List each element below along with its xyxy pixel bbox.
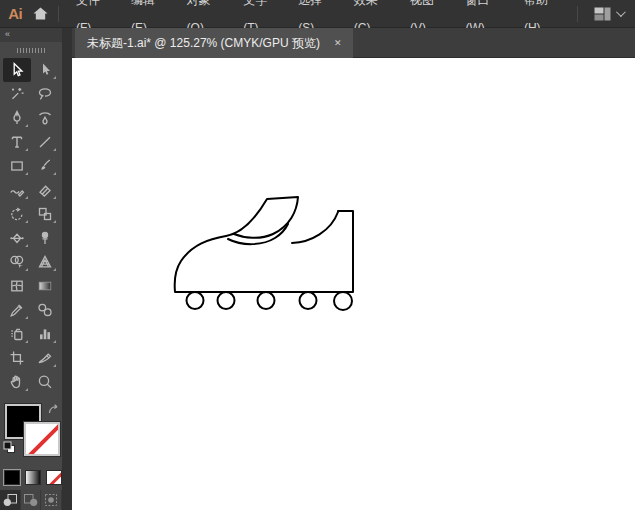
tool-zoom[interactable] (31, 370, 59, 394)
workspace-switcher-button[interactable] (584, 0, 635, 28)
tool-hand[interactable] (3, 370, 31, 394)
gradient-icon (36, 277, 54, 295)
chevron-down-icon (616, 7, 626, 17)
color-swatch-button[interactable] (4, 470, 20, 485)
tool-shape-builder[interactable] (3, 250, 31, 274)
hand-icon (8, 373, 26, 391)
tool-line-segment[interactable] (31, 130, 59, 154)
none-slash-icon (46, 470, 62, 485)
skate-body-path (175, 197, 353, 292)
home-button[interactable] (30, 3, 50, 25)
zoom-icon (36, 373, 54, 391)
magic-wand-icon (8, 85, 26, 103)
puppet-warp-icon (36, 229, 54, 247)
mesh-icon (8, 277, 26, 295)
none-slash-icon (26, 422, 60, 456)
tool-curvature[interactable] (31, 106, 59, 130)
tool-type[interactable] (3, 130, 31, 154)
home-icon (32, 6, 49, 21)
document-tab-title: 未标题-1.ai* @ 125.27% (CMYK/GPU 预览) (87, 35, 320, 52)
tool-gradient[interactable] (31, 274, 59, 298)
tab-close-button[interactable]: ✕ (334, 39, 342, 48)
tool-pen[interactable] (3, 106, 31, 130)
tool-eraser[interactable] (31, 178, 59, 202)
rotate-icon (8, 205, 26, 223)
direct-selection-icon (36, 61, 54, 79)
tool-paintbrush[interactable] (31, 154, 59, 178)
draw-behind-button[interactable] (21, 490, 42, 510)
tool-mesh[interactable] (3, 274, 31, 298)
tools-panel: « (0, 28, 62, 510)
artboard[interactable] (72, 58, 635, 510)
menu-bar: Ai 文件(F) 编辑(E) 对象(O) 文字(T) 选择(S) 效果(C) 视… (0, 0, 635, 28)
roller-skate-artwork[interactable] (172, 191, 364, 317)
draw-normal-button[interactable] (0, 490, 21, 510)
lasso-icon (36, 85, 54, 103)
shape-builder-icon (8, 253, 26, 271)
default-fill-stroke-button[interactable] (3, 440, 16, 458)
slice-icon (36, 349, 54, 367)
perspective-grid-icon (36, 253, 54, 271)
document-tab[interactable]: 未标题-1.ai* @ 125.27% (CMYK/GPU 预览) ✕ (75, 28, 353, 58)
skate-wheel (218, 292, 235, 309)
workspace-layout-icon (594, 7, 611, 21)
menubar-separator-right (577, 6, 578, 22)
tool-lasso[interactable] (31, 82, 59, 106)
stroke-swatch[interactable] (24, 422, 60, 456)
eraser-icon (36, 181, 54, 199)
tool-selection[interactable] (3, 58, 31, 82)
toolbar-collapse-button[interactable]: « (0, 28, 62, 42)
gradient-swatch-button[interactable] (25, 470, 41, 485)
canvas-area: 未标题-1.ai* @ 125.27% (CMYK/GPU 预览) ✕ (72, 28, 635, 510)
fill-stroke-area (0, 396, 62, 460)
selection-icon (8, 61, 26, 79)
tool-symbol-sprayer[interactable] (3, 322, 31, 346)
swap-arrows-icon (47, 403, 60, 415)
tool-column-graph[interactable] (31, 322, 59, 346)
none-swatch-button[interactable] (46, 470, 62, 485)
tool-magic-wand[interactable] (3, 82, 31, 106)
draw-behind-icon (23, 493, 39, 507)
tool-artboard[interactable] (3, 346, 31, 370)
draw-inside-icon (43, 493, 59, 507)
tool-shaper[interactable] (3, 178, 31, 202)
swap-fill-stroke-button[interactable] (47, 401, 60, 419)
menubar-separator (58, 6, 59, 22)
document-tab-bar: 未标题-1.ai* @ 125.27% (CMYK/GPU 预览) ✕ (72, 28, 635, 58)
tool-slice[interactable] (31, 346, 59, 370)
left-rail: « (0, 28, 72, 510)
grip-dots (17, 48, 45, 53)
swatch-buttons-row (0, 466, 62, 488)
skate-wheel (334, 292, 352, 310)
illustrator-window: Ai 文件(F) 编辑(E) 对象(O) 文字(T) 选择(S) 效果(C) 视… (0, 0, 635, 510)
curvature-icon (36, 109, 54, 127)
draw-inside-button[interactable] (41, 490, 62, 510)
eyedropper-icon (8, 301, 26, 319)
tool-perspective-grid[interactable] (31, 250, 59, 274)
toolbar-grip[interactable] (0, 42, 62, 58)
column-graph-icon (36, 325, 54, 343)
tool-blend[interactable] (31, 298, 59, 322)
pen-icon (8, 109, 26, 127)
width-icon (8, 229, 26, 247)
scale-icon (36, 205, 54, 223)
tool-scale[interactable] (31, 202, 59, 226)
tool-direct-selection[interactable] (31, 58, 59, 82)
skate-wheel (300, 292, 317, 309)
tool-eyedropper[interactable] (3, 298, 31, 322)
tool-puppet-warp[interactable] (31, 226, 59, 250)
line-segment-icon (36, 133, 54, 151)
rectangle-icon (8, 157, 26, 175)
menubar-right (569, 0, 635, 28)
draw-normal-icon (2, 493, 18, 507)
symbol-sprayer-icon (8, 325, 26, 343)
default-swatches-icon (3, 441, 16, 454)
type-icon (8, 133, 26, 151)
tools-grid (0, 58, 62, 394)
tool-rotate[interactable] (3, 202, 31, 226)
tool-width[interactable] (3, 226, 31, 250)
paintbrush-icon (36, 157, 54, 175)
tool-rectangle[interactable] (3, 154, 31, 178)
artboard-icon (8, 349, 26, 367)
shaper-icon (8, 181, 26, 199)
